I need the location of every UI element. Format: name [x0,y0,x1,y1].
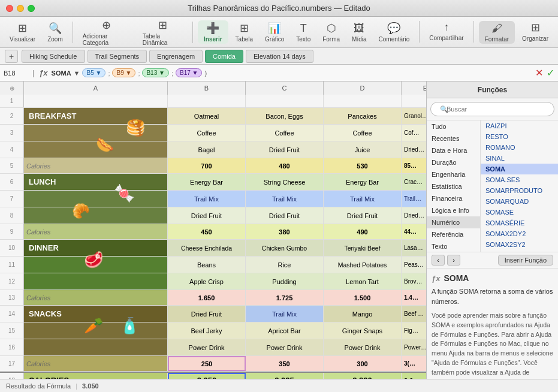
cell-17a-calories[interactable]: Calories [24,356,168,371]
cell-16c[interactable]: Power Drink [246,339,324,355]
cell-17e[interactable]: 3(… [402,356,426,371]
cell-16a[interactable] [24,339,168,355]
func-somase[interactable]: SOMASE [481,207,558,218]
cell-11c[interactable]: Rice [246,257,324,273]
cell-5c[interactable]: 480 [246,158,324,173]
cell-13b[interactable]: 1.650 [168,290,246,305]
cell-7b-trail-mix[interactable]: Trail Mix [168,191,246,207]
cell-15e[interactable]: Fig… [402,322,426,339]
cat-referencia[interactable]: Referência [427,228,480,240]
cat-duracao[interactable]: Duração [427,156,480,168]
cat-recentes[interactable]: Recentes [427,132,480,144]
cell-3c[interactable]: Coffee [246,125,324,141]
cell-3d[interactable]: Coffee [324,125,402,141]
cell-5a-calories[interactable]: Calories [24,158,168,173]
toolbar-insert[interactable]: ➕ Inserir [198,20,228,44]
cell-18c-total[interactable]: 2.935 [246,373,324,379]
cell-13c[interactable]: 1.725 [246,290,324,305]
formula-tag-b17[interactable]: B17 ▼ [176,68,202,77]
func-somaxmy2[interactable]: SOMAXMY2 [481,250,558,252]
cell-16b[interactable]: Power Drink [168,339,246,355]
cell-15c[interactable]: Apricot Bar [246,322,324,339]
cell-15d[interactable]: Ginger Snaps [324,322,402,339]
func-somarquad[interactable]: SOMARQUAD [481,196,558,207]
cell-14d[interactable]: Mango [324,306,402,322]
toolbar-shape[interactable]: ⬡ Forma [318,22,345,43]
formula-content[interactable]: SOMA ▼ B5 ▼ ; B9 ▼ ; B13 ▼ ; B17 ▼ ) [52,68,532,77]
cell-9e[interactable]: 44… [402,224,426,239]
tab-elevation[interactable]: Elevation 14 days [246,50,313,63]
cell-11e[interactable]: Peas… [402,257,426,273]
cell-18e-total[interactable]: 3.0… [402,373,426,379]
nav-back-button[interactable]: ‹ [432,255,445,266]
cell-10b[interactable]: Cheese Enchilada [168,240,246,256]
cell-12b[interactable]: Apple Crisp [168,273,246,290]
func-sinal[interactable]: SINAL [481,153,558,164]
cell-7e[interactable]: Trail… [402,191,426,207]
cell-6b[interactable]: Energy Bar [168,174,246,190]
func-somax2dy2[interactable]: SOMAX2DY2 [481,228,558,239]
cell-2d[interactable]: Pancakes [324,108,402,124]
cell-8d[interactable]: Dried Fruit [324,207,402,224]
cell-5b[interactable]: 700 [168,158,246,173]
cell-10c[interactable]: Chicken Gumbo [246,240,324,256]
toolbar-zoom[interactable]: 🔍 Zoom [43,22,68,43]
cell-1c[interactable] [246,95,324,107]
formula-tag-b5[interactable]: B5 ▼ [82,68,105,77]
toolbar-comment[interactable]: 💬 Comentário [374,22,415,43]
cell-11d-mashed-potatoes[interactable]: Mashed Potatoes [324,257,402,273]
toolbar-format[interactable]: 🖌 Formatar [479,21,515,44]
func-somaserie[interactable]: SOMASÉRIE [481,218,558,228]
cell-3e[interactable]: Cof… [402,125,426,141]
formula-cancel-button[interactable]: ✕ [535,67,543,79]
col-header-d[interactable]: D [324,82,402,95]
cell-1a[interactable] [24,95,168,107]
func-soma-ses[interactable]: SOMA.SES [481,174,558,185]
tab-comida[interactable]: Comida [205,50,243,63]
toolbar-share[interactable]: ↑ Compartilhar [424,21,468,44]
search-input[interactable] [430,102,554,116]
cell-13e[interactable]: 1.4… [402,290,426,305]
cell-2c[interactable]: Bacon, Eggs [246,108,324,124]
cell-12d[interactable]: Lemon Tart [324,273,402,290]
func-soma[interactable]: SOMA [481,164,558,174]
cat-estatistica[interactable]: Estatística [427,180,480,192]
cell-3b[interactable]: Coffee [168,125,246,141]
minimize-button[interactable] [17,5,24,12]
cell-13a-calories[interactable]: Calories [24,290,168,305]
cell-18b-total[interactable]: 3.050 [168,373,246,379]
cell-9d[interactable]: 490 [324,224,402,239]
cell-1b[interactable] [168,95,246,107]
toolbar-chart[interactable]: 📊 Gráfico [260,22,289,43]
toolbar-dynamic-table[interactable]: ⊞ Tabela Dinâmica [138,19,188,46]
cell-10d[interactable]: Teriyaki Beef [324,240,402,256]
cell-17c[interactable]: 350 [246,356,324,371]
cell-14b[interactable]: Dried Fruit [168,306,246,322]
cell-5e[interactable]: 85… [402,158,426,173]
nav-forward-button[interactable]: › [447,255,460,266]
cell-8a[interactable]: 🥐 [24,207,168,224]
cell-13d[interactable]: 1.500 [324,290,402,305]
tab-trail-segments[interactable]: Trail Segments [88,50,147,63]
cell-17b[interactable]: 250 [168,356,246,371]
cell-8c[interactable]: Dried Fruit [246,207,324,224]
cat-financeira[interactable]: Financeira [427,192,480,204]
toolbar-organize[interactable]: ⊞ Organizar [517,21,553,44]
cell-10e[interactable]: Lasa… [402,240,426,256]
cell-breakfast-header[interactable]: BREAKFAST [24,108,168,124]
toolbar-add-category[interactable]: ⊕ Adicionar Categoria [78,19,135,46]
cat-tudo[interactable]: Tudo [427,120,480,132]
func-somarproduto[interactable]: SOMARPRODUTO [481,185,558,196]
cell-7a[interactable]: 🍬 [24,191,168,207]
cat-logica[interactable]: Lógica e Info [427,204,480,216]
cell-6c[interactable]: String Cheese [246,174,324,190]
cell-4e[interactable]: Dried… [402,141,426,158]
add-sheet-button[interactable]: + [5,50,18,63]
toolbar-visualize[interactable]: ⊞ Visualizar [5,22,40,43]
cell-4d[interactable]: Juice [324,141,402,158]
cell-4c[interactable]: Dried Fruit [246,141,324,158]
func-resto[interactable]: RESTO [481,131,558,142]
func-raizpi[interactable]: RAIZPI [481,120,558,131]
cat-engenharia[interactable]: Engenharia [427,168,480,180]
toolbar-table[interactable]: ⊞ Tabela [231,22,258,43]
